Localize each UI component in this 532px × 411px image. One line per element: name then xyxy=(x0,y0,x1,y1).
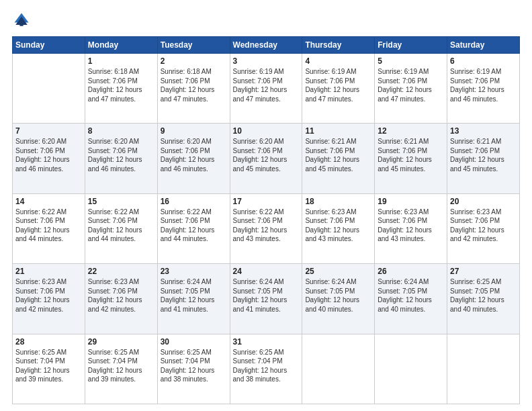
calendar-cell: 21Sunrise: 6:23 AM Sunset: 7:06 PM Dayli… xyxy=(13,264,85,334)
weekday-header-row: SundayMondayTuesdayWednesdayThursdayFrid… xyxy=(13,37,520,54)
logo-icon xyxy=(12,11,31,30)
calendar-week-row: 1Sunrise: 6:18 AM Sunset: 7:06 PM Daylig… xyxy=(13,54,520,124)
day-info: Sunrise: 6:23 AM Sunset: 7:06 PM Dayligh… xyxy=(305,208,371,244)
day-number: 22 xyxy=(88,267,154,276)
calendar-cell xyxy=(302,334,375,404)
weekday-header-monday: Monday xyxy=(85,37,157,54)
day-number: 27 xyxy=(450,267,517,276)
day-number: 15 xyxy=(88,197,154,206)
day-number: 10 xyxy=(233,126,300,136)
day-number: 2 xyxy=(161,56,227,66)
day-info: Sunrise: 6:23 AM Sunset: 7:06 PM Dayligh… xyxy=(15,277,82,314)
day-number: 28 xyxy=(15,337,82,347)
day-info: Sunrise: 6:18 AM Sunset: 7:06 PM Dayligh… xyxy=(161,67,227,103)
day-info: Sunrise: 6:25 AM Sunset: 7:04 PM Dayligh… xyxy=(15,348,82,384)
calendar-week-row: 14Sunrise: 6:22 AM Sunset: 7:06 PM Dayli… xyxy=(13,193,520,263)
calendar-cell: 17Sunrise: 6:22 AM Sunset: 7:06 PM Dayli… xyxy=(230,193,302,263)
day-number: 11 xyxy=(305,126,371,136)
calendar-cell: 13Sunrise: 6:21 AM Sunset: 7:06 PM Dayli… xyxy=(447,124,520,193)
day-number: 9 xyxy=(161,126,227,136)
calendar: SundayMondayTuesdayWednesdayThursdayFrid… xyxy=(12,36,520,404)
day-info: Sunrise: 6:24 AM Sunset: 7:05 PM Dayligh… xyxy=(378,277,444,314)
calendar-cell: 3Sunrise: 6:19 AM Sunset: 7:06 PM Daylig… xyxy=(230,54,302,124)
day-number: 8 xyxy=(88,126,154,136)
calendar-cell: 5Sunrise: 6:19 AM Sunset: 7:06 PM Daylig… xyxy=(375,54,447,124)
calendar-cell: 4Sunrise: 6:19 AM Sunset: 7:06 PM Daylig… xyxy=(302,54,375,124)
day-info: Sunrise: 6:23 AM Sunset: 7:06 PM Dayligh… xyxy=(88,277,154,314)
calendar-cell: 20Sunrise: 6:23 AM Sunset: 7:06 PM Dayli… xyxy=(447,193,520,263)
day-number: 7 xyxy=(15,126,82,136)
calendar-cell: 10Sunrise: 6:20 AM Sunset: 7:06 PM Dayli… xyxy=(230,124,302,193)
day-number: 25 xyxy=(305,267,371,276)
svg-rect-2 xyxy=(19,21,23,26)
day-info: Sunrise: 6:19 AM Sunset: 7:06 PM Dayligh… xyxy=(378,67,444,103)
day-info: Sunrise: 6:24 AM Sunset: 7:05 PM Dayligh… xyxy=(233,277,300,314)
calendar-cell xyxy=(375,334,447,404)
day-number: 5 xyxy=(378,56,444,66)
day-info: Sunrise: 6:22 AM Sunset: 7:06 PM Dayligh… xyxy=(15,208,82,244)
calendar-cell: 31Sunrise: 6:25 AM Sunset: 7:04 PM Dayli… xyxy=(230,334,302,404)
day-info: Sunrise: 6:20 AM Sunset: 7:06 PM Dayligh… xyxy=(15,137,82,173)
page: SundayMondayTuesdayWednesdayThursdayFrid… xyxy=(0,0,532,411)
day-number: 24 xyxy=(233,267,300,276)
day-number: 21 xyxy=(15,267,82,276)
calendar-cell: 12Sunrise: 6:21 AM Sunset: 7:06 PM Dayli… xyxy=(375,124,447,193)
calendar-cell: 7Sunrise: 6:20 AM Sunset: 7:06 PM Daylig… xyxy=(13,124,85,193)
day-info: Sunrise: 6:22 AM Sunset: 7:06 PM Dayligh… xyxy=(233,208,300,244)
weekday-header-thursday: Thursday xyxy=(302,37,375,54)
calendar-cell: 22Sunrise: 6:23 AM Sunset: 7:06 PM Dayli… xyxy=(85,264,157,334)
day-info: Sunrise: 6:24 AM Sunset: 7:05 PM Dayligh… xyxy=(161,277,227,314)
day-number: 14 xyxy=(15,197,82,206)
day-number: 23 xyxy=(161,267,227,276)
day-info: Sunrise: 6:23 AM Sunset: 7:06 PM Dayligh… xyxy=(378,208,444,244)
calendar-week-row: 28Sunrise: 6:25 AM Sunset: 7:04 PM Dayli… xyxy=(13,334,520,404)
calendar-cell: 25Sunrise: 6:24 AM Sunset: 7:05 PM Dayli… xyxy=(302,264,375,334)
day-info: Sunrise: 6:25 AM Sunset: 7:05 PM Dayligh… xyxy=(450,277,517,314)
day-info: Sunrise: 6:20 AM Sunset: 7:06 PM Dayligh… xyxy=(233,137,300,173)
calendar-cell: 29Sunrise: 6:25 AM Sunset: 7:04 PM Dayli… xyxy=(85,334,157,404)
calendar-week-row: 7Sunrise: 6:20 AM Sunset: 7:06 PM Daylig… xyxy=(13,124,520,193)
day-info: Sunrise: 6:21 AM Sunset: 7:06 PM Dayligh… xyxy=(450,137,517,173)
day-info: Sunrise: 6:19 AM Sunset: 7:06 PM Dayligh… xyxy=(233,67,300,103)
day-info: Sunrise: 6:24 AM Sunset: 7:05 PM Dayligh… xyxy=(305,277,371,314)
day-info: Sunrise: 6:19 AM Sunset: 7:06 PM Dayligh… xyxy=(450,67,517,103)
day-number: 4 xyxy=(305,56,371,66)
day-info: Sunrise: 6:25 AM Sunset: 7:04 PM Dayligh… xyxy=(233,348,300,384)
calendar-cell: 14Sunrise: 6:22 AM Sunset: 7:06 PM Dayli… xyxy=(13,193,85,263)
calendar-cell: 24Sunrise: 6:24 AM Sunset: 7:05 PM Dayli… xyxy=(230,264,302,334)
day-number: 13 xyxy=(450,126,517,136)
weekday-header-wednesday: Wednesday xyxy=(230,37,302,54)
weekday-header-sunday: Sunday xyxy=(13,37,85,54)
day-info: Sunrise: 6:20 AM Sunset: 7:06 PM Dayligh… xyxy=(161,137,227,173)
logo xyxy=(12,11,34,30)
day-info: Sunrise: 6:25 AM Sunset: 7:04 PM Dayligh… xyxy=(88,348,154,384)
day-number: 6 xyxy=(450,56,517,66)
day-number: 1 xyxy=(88,56,154,66)
day-info: Sunrise: 6:25 AM Sunset: 7:04 PM Dayligh… xyxy=(161,348,227,384)
day-number: 19 xyxy=(378,197,444,206)
calendar-week-row: 21Sunrise: 6:23 AM Sunset: 7:06 PM Dayli… xyxy=(13,264,520,334)
calendar-cell: 19Sunrise: 6:23 AM Sunset: 7:06 PM Dayli… xyxy=(375,193,447,263)
calendar-cell: 8Sunrise: 6:20 AM Sunset: 7:06 PM Daylig… xyxy=(85,124,157,193)
day-number: 12 xyxy=(378,126,444,136)
calendar-cell: 6Sunrise: 6:19 AM Sunset: 7:06 PM Daylig… xyxy=(447,54,520,124)
calendar-cell: 28Sunrise: 6:25 AM Sunset: 7:04 PM Dayli… xyxy=(13,334,85,404)
calendar-cell: 15Sunrise: 6:22 AM Sunset: 7:06 PM Dayli… xyxy=(85,193,157,263)
calendar-cell: 1Sunrise: 6:18 AM Sunset: 7:06 PM Daylig… xyxy=(85,54,157,124)
day-number: 29 xyxy=(88,337,154,347)
calendar-cell: 18Sunrise: 6:23 AM Sunset: 7:06 PM Dayli… xyxy=(302,193,375,263)
day-number: 30 xyxy=(161,337,227,347)
weekday-header-saturday: Saturday xyxy=(447,37,520,54)
day-info: Sunrise: 6:22 AM Sunset: 7:06 PM Dayligh… xyxy=(161,208,227,244)
day-info: Sunrise: 6:20 AM Sunset: 7:06 PM Dayligh… xyxy=(88,137,154,173)
day-number: 31 xyxy=(233,337,300,347)
day-number: 26 xyxy=(378,267,444,276)
calendar-cell xyxy=(13,54,85,124)
header xyxy=(12,11,520,30)
day-number: 18 xyxy=(305,197,371,206)
calendar-cell: 16Sunrise: 6:22 AM Sunset: 7:06 PM Dayli… xyxy=(157,193,230,263)
day-info: Sunrise: 6:21 AM Sunset: 7:06 PM Dayligh… xyxy=(378,137,444,173)
day-info: Sunrise: 6:23 AM Sunset: 7:06 PM Dayligh… xyxy=(450,208,517,244)
calendar-cell: 11Sunrise: 6:21 AM Sunset: 7:06 PM Dayli… xyxy=(302,124,375,193)
calendar-cell: 2Sunrise: 6:18 AM Sunset: 7:06 PM Daylig… xyxy=(157,54,230,124)
